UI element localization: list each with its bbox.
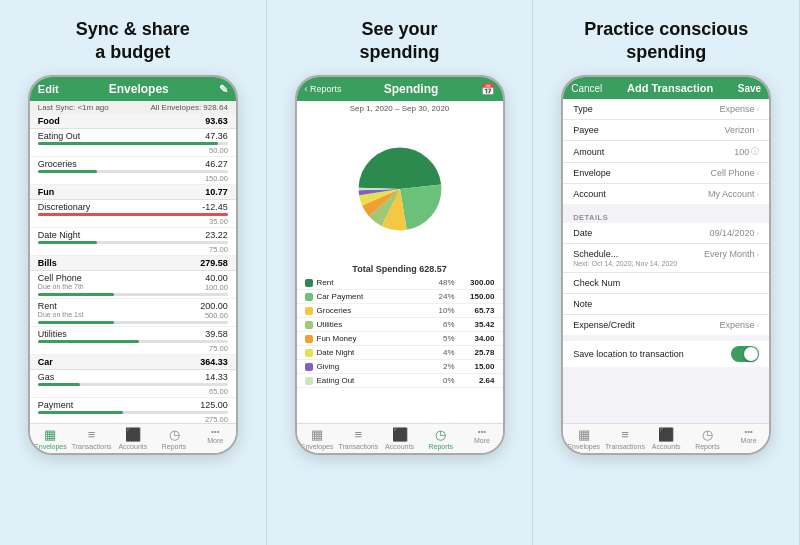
bottom-nav-1: ▦Envelopes ≡Transactions ⬛Accounts ◷Repo…	[30, 423, 236, 453]
item-utilities: Utilities39.58 75.00	[30, 327, 236, 355]
schedule-sub: Next: Oct 14, 2020; Nov 14, 2020	[573, 260, 677, 267]
calendar-icon[interactable]: 📅	[481, 83, 495, 96]
account-value: My Account ›	[708, 189, 759, 199]
details-section-header: DETAILS	[563, 210, 769, 223]
pie-slice-eating	[379, 168, 420, 209]
add-transaction-title: Add Transaction	[602, 82, 738, 94]
payee-value: Verizon ›	[724, 125, 759, 135]
note-label: Note	[573, 299, 592, 309]
nav-accounts-2[interactable]: ⬛Accounts	[379, 427, 420, 450]
category-food-label: Food	[38, 116, 60, 126]
expense-credit-value: Expense ›	[719, 320, 759, 330]
item-date-night: Date Night23.22 75.00	[30, 228, 236, 256]
transaction-header: Cancel Add Transaction Save	[563, 77, 769, 99]
edit-button[interactable]: Edit	[38, 83, 59, 95]
transaction-body: Type Expense › Payee Verizon › Amount 10…	[563, 99, 769, 423]
nav-transactions-2[interactable]: ≡Transactions	[338, 427, 379, 450]
panel-see: See your spending ‹ Reports Spending 📅 S…	[267, 0, 534, 545]
spending-groceries: Groceries 10% 65.73	[297, 304, 503, 318]
category-fun: Fun10.77	[30, 185, 236, 200]
phone-envelopes: Edit Envelopes ✎ Last Sync: <1m ago All …	[28, 75, 238, 455]
date-value: 09/14/2020 ›	[709, 228, 759, 238]
expense-credit-row[interactable]: Expense/Credit Expense ›	[563, 315, 769, 335]
nav-transactions-3[interactable]: ≡Transactions	[604, 427, 645, 450]
envelopes-body: Food 93.63 Eating Out47.36 50.00 Groceri…	[30, 114, 236, 423]
note-row[interactable]: Note	[563, 294, 769, 315]
envelope-label: Envelope	[573, 168, 611, 178]
nav-transactions-1[interactable]: ≡Transactions	[71, 427, 112, 450]
save-button[interactable]: Save	[738, 83, 761, 94]
back-button[interactable]: ‹ Reports	[305, 84, 342, 94]
category-car: Car364.33	[30, 355, 236, 370]
amount-value: 100 ⓘ	[734, 146, 759, 157]
checknum-label: Check Num	[573, 278, 620, 288]
spending-car: Car Payment 24% 150.00	[297, 290, 503, 304]
item-gas: Gas14.33 65.00	[30, 370, 236, 398]
panel-sync-title: Sync & share a budget	[76, 18, 190, 63]
nav-reports-3[interactable]: ◷Reports	[687, 427, 728, 450]
envelope-row[interactable]: Envelope Cell Phone ›	[563, 163, 769, 184]
save-location-toggle[interactable]	[731, 346, 759, 362]
nav-envelopes-2[interactable]: ▦Envelopes	[297, 427, 338, 450]
bottom-nav-2: ▦Envelopes ≡Transactions ⬛Accounts ◷Repo…	[297, 423, 503, 453]
bottom-nav-3: ▦Envelopes ≡Transactions ⬛Accounts ◷Repo…	[563, 423, 769, 453]
spending-rent: Rent 48% 300.00	[297, 276, 503, 290]
schedule-label: Schedule...	[573, 249, 618, 259]
spending-title: Spending	[342, 82, 481, 96]
account-row[interactable]: Account My Account ›	[563, 184, 769, 204]
phone-transaction: Cancel Add Transaction Save Type Expense…	[561, 75, 771, 455]
payee-row[interactable]: Payee Verizon ›	[563, 120, 769, 141]
date-range: Sep 1, 2020 – Sep 30, 2020	[297, 101, 503, 116]
spending-utilities: Utilities 6% 35.42	[297, 318, 503, 332]
amount-row[interactable]: Amount 100 ⓘ	[563, 141, 769, 163]
envelopes-title: Envelopes	[59, 82, 219, 96]
details-fields: Date 09/14/2020 › Schedule... Every Mont…	[563, 223, 769, 335]
checknum-row[interactable]: Check Num	[563, 273, 769, 294]
spending-eating: Eating Out 0% 2.64	[297, 374, 503, 388]
total-spending: Total Spending 628.57	[297, 262, 503, 276]
category-bills: Bills279.58	[30, 256, 236, 271]
nav-envelopes-1[interactable]: ▦Envelopes	[30, 427, 71, 450]
expense-credit-label: Expense/Credit	[573, 320, 635, 330]
nav-accounts-1[interactable]: ⬛Accounts	[112, 427, 153, 450]
edit-icon[interactable]: ✎	[219, 83, 228, 96]
schedule-row[interactable]: Schedule... Every Month › Next: Oct 14, …	[563, 244, 769, 273]
save-location-label: Save location to transaction	[573, 349, 684, 359]
nav-accounts-3[interactable]: ⬛Accounts	[646, 427, 687, 450]
phone-reports: ‹ Reports Spending 📅 Sep 1, 2020 – Sep 3…	[295, 75, 505, 455]
amount-label: Amount	[573, 147, 604, 157]
all-envelopes: All Envelopes: 928.64	[150, 103, 227, 112]
nav-envelopes-3[interactable]: ▦Envelopes	[563, 427, 604, 450]
category-food-total: 93.63	[205, 116, 228, 126]
panel-practice: Practice conscious spending Cancel Add T…	[533, 0, 800, 545]
pie-chart-container	[297, 116, 503, 262]
date-label: Date	[573, 228, 592, 238]
panel-sync: Sync & share a budget Edit Envelopes ✎ L…	[0, 0, 267, 545]
toggle-knob	[744, 347, 758, 361]
nav-more-3[interactable]: •••More	[728, 427, 769, 450]
item-rent: Rent200.00 Due on the 1st500.00	[30, 299, 236, 327]
spending-giving: Giving 2% 15.00	[297, 360, 503, 374]
item-eating-out: Eating Out47.36 50.00	[30, 129, 236, 157]
panel-practice-title: Practice conscious spending	[584, 18, 748, 63]
item-groceries: Groceries46.27 150.00	[30, 157, 236, 185]
date-row[interactable]: Date 09/14/2020 ›	[563, 223, 769, 244]
save-location-row[interactable]: Save location to transaction	[563, 341, 769, 367]
spending-fun: Fun Money 5% 34.00	[297, 332, 503, 346]
pie-chart	[335, 124, 465, 254]
item-payment: Payment125.00 275.00	[30, 398, 236, 423]
cancel-button[interactable]: Cancel	[571, 83, 602, 94]
account-label: Account	[573, 189, 606, 199]
envelopes-subheader: Last Sync: <1m ago All Envelopes: 928.64	[30, 101, 236, 114]
type-row[interactable]: Type Expense ›	[563, 99, 769, 120]
payee-label: Payee	[573, 125, 599, 135]
nav-reports-1[interactable]: ◷Reports	[153, 427, 194, 450]
nav-more-2[interactable]: •••More	[461, 427, 502, 450]
nav-reports-2[interactable]: ◷Reports	[420, 427, 461, 450]
main-fields: Type Expense › Payee Verizon › Amount 10…	[563, 99, 769, 204]
type-label: Type	[573, 104, 593, 114]
nav-more-1[interactable]: •••More	[195, 427, 236, 450]
save-location-section: Save location to transaction	[563, 341, 769, 367]
sync-status: Last Sync: <1m ago	[38, 103, 109, 112]
reports-header: ‹ Reports Spending 📅	[297, 77, 503, 101]
